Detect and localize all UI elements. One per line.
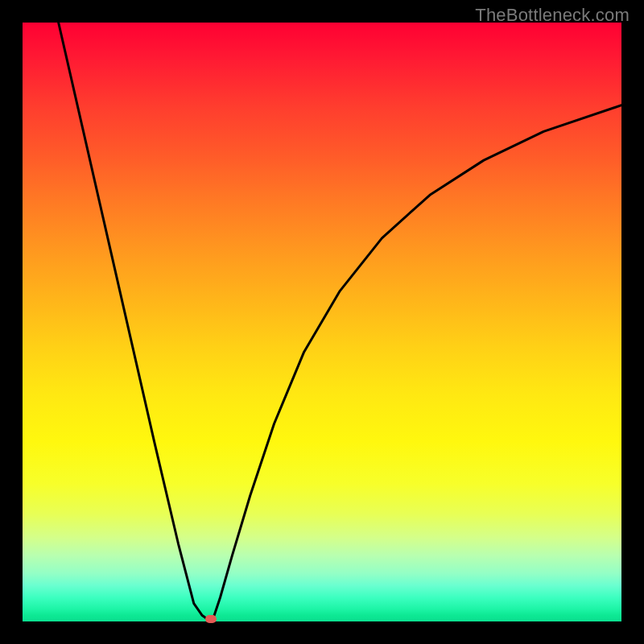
curve-path [59, 23, 621, 621]
watermark-text: TheBottleneck.com [475, 5, 630, 26]
minimum-marker [205, 615, 217, 623]
plot-area [23, 23, 621, 621]
bottleneck-curve [23, 23, 621, 621]
chart-frame: TheBottleneck.com [0, 0, 644, 644]
